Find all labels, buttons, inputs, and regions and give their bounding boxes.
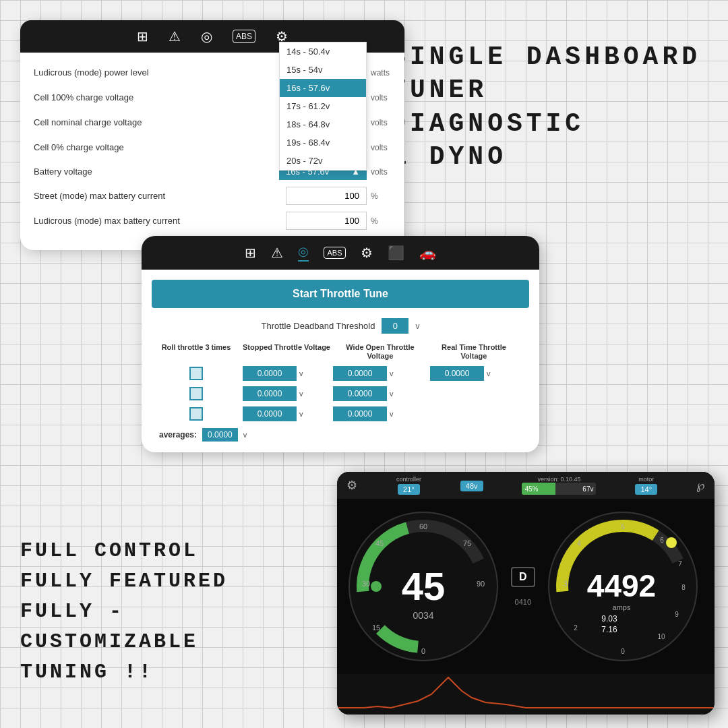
motor-label: motor <box>638 476 654 483</box>
dashboard-bottom <box>337 674 715 715</box>
throttle-nav-warning-icon[interactable]: ⚠ <box>271 245 283 261</box>
nav-warning-icon[interactable]: ⚠ <box>169 28 181 44</box>
cell0-unit: volts <box>371 143 391 152</box>
throttle-nav-home-icon[interactable]: ⊞ <box>245 245 256 261</box>
throttle-checkbox-3[interactable] <box>189 407 203 421</box>
svg-text:7: 7 <box>678 560 682 568</box>
dropdown-option-20s[interactable]: 20s - 72v <box>280 152 366 170</box>
dashboard-gauges: 0 15 30 45 60 75 90 45 0034 D 0410 <box>337 499 715 674</box>
svg-point-16 <box>666 537 677 548</box>
throttle-data-rows: v v v v <box>152 366 528 421</box>
throttle-unit-3: v <box>299 410 303 418</box>
throttle-stopped-input-3[interactable] <box>243 406 297 421</box>
throttle-wot-unit-3: v <box>390 410 394 418</box>
throttle-nav-car-icon[interactable]: 🚗 <box>419 245 436 261</box>
throttle-nav-engine-icon[interactable]: ⚙ <box>361 245 373 261</box>
settings-row-ludicrous-current: Ludicrous (mode) max battery current % <box>34 212 391 230</box>
throttle-checkbox-2[interactable] <box>189 387 203 400</box>
threshold-input[interactable] <box>382 318 408 334</box>
dropdown-option-14s[interactable]: 14s - 50.4v <box>280 42 366 61</box>
throttle-row-3: v v <box>152 406 528 421</box>
throttle-wot-input-2[interactable] <box>333 386 387 401</box>
throttle-row-1: v v v <box>152 366 528 381</box>
throttle-realtime-input-1[interactable] <box>430 366 484 381</box>
throttle-wot-input-3[interactable] <box>333 406 387 421</box>
speed-gauge-svg: 0 15 30 45 60 75 90 45 0034 <box>342 506 504 667</box>
dropdown-option-18s[interactable]: 18s - 64.8v <box>280 115 366 133</box>
dropdown-option-15s[interactable]: 15s - 54v <box>280 61 366 79</box>
motor-temp: 14° <box>635 484 657 495</box>
svg-text:10: 10 <box>657 633 665 640</box>
svg-text:2: 2 <box>574 624 578 632</box>
ludicrous-current-input[interactable] <box>286 212 367 230</box>
speed-gauge: 0 15 30 45 60 75 90 45 0034 <box>342 506 504 667</box>
throttle-stopped-3: v <box>243 406 330 421</box>
battery-voltage-dropdown[interactable]: 14s - 50.4v 15s - 54v 16s - 57.6v 17s - … <box>279 163 367 180</box>
svg-text:45: 45 <box>375 539 384 547</box>
settings-row-street-current: Street (mode) max battery current % <box>34 187 391 205</box>
dropdown-menu: 14s - 50.4v 15s - 54v 16s - 57.6v 17s - … <box>279 42 367 171</box>
motor-section: motor 14° <box>635 476 657 495</box>
throttle-col-roll: Roll throttle 3 times <box>152 343 240 361</box>
svg-text:0: 0 <box>621 648 625 655</box>
throttle-wot-unit-1: v <box>390 369 394 377</box>
cell-nominal-label: Cell nominal charge voltage <box>34 117 286 127</box>
svg-text:3: 3 <box>564 580 568 588</box>
throttle-nav-abs-icon[interactable]: ABS <box>324 247 345 259</box>
svg-text:60: 60 <box>419 522 427 530</box>
dropdown-option-17s[interactable]: 17s - 61.2v <box>280 97 366 115</box>
nav-home-icon[interactable]: ⊞ <box>137 28 148 44</box>
rpm-gauge-svg: 0 2 3 4 5 6 7 8 9 10 4492 amps 9.03 7.16 <box>542 506 704 667</box>
bluetooth-icon[interactable]: ℘ <box>696 478 705 493</box>
throttle-checkbox-cell-1 <box>152 367 240 380</box>
svg-text:6: 6 <box>660 537 664 544</box>
throttle-stopped-input-2[interactable] <box>243 386 297 401</box>
ludicrous-current-label: Ludicrous (mode) max battery current <box>34 216 286 226</box>
voltage-section: 48v <box>460 479 483 491</box>
svg-text:5: 5 <box>621 523 625 530</box>
battery-voltage-label: Battery voltage <box>34 166 279 177</box>
dropdown-option-19s[interactable]: 19s - 68.4v <box>280 133 366 152</box>
averages-unit: v <box>243 431 247 439</box>
ludicrous-power-unit: watts <box>371 68 391 78</box>
ludicrous-power-label: Ludicrous (mode) power level <box>34 67 286 78</box>
svg-text:90: 90 <box>477 580 485 588</box>
throttle-checkbox-cell-2 <box>152 387 240 400</box>
start-throttle-tune-button[interactable]: Start Throttle Tune <box>152 280 529 308</box>
dashboard-gear-icon[interactable]: ⚙ <box>346 478 357 493</box>
dropdown-option-16s[interactable]: 16s - 57.6v <box>280 79 366 97</box>
svg-text:45: 45 <box>402 564 446 608</box>
nav-gauge-icon[interactable]: ◎ <box>201 28 212 44</box>
throttle-body: Throttle Deadband Threshold v Roll throt… <box>142 318 539 452</box>
throttle-col-stopped: Stopped Throttle Voltage <box>243 343 330 361</box>
rpm-gauge: 0 2 3 4 5 6 7 8 9 10 4492 amps 9.03 7.16 <box>542 506 704 667</box>
svg-text:8: 8 <box>681 584 686 591</box>
throttle-wot-input-1[interactable] <box>333 366 387 381</box>
throttle-nav-gauge-icon[interactable]: ◎ <box>298 244 309 262</box>
throttle-stopped-input-1[interactable] <box>243 366 297 381</box>
throttle-nav-battery-icon[interactable]: ⬛ <box>388 245 404 261</box>
battery-section: version: 0.10.45 45% 67v <box>522 476 596 495</box>
controller-temp: 21° <box>398 484 420 495</box>
battery-label: version: 0.10.45 <box>537 476 580 483</box>
wave-chart <box>337 674 715 715</box>
street-current-input[interactable] <box>286 187 367 205</box>
cell-nominal-unit: volts <box>371 118 391 127</box>
throttle-tune-card: ⊞ ⚠ ◎ ABS ⚙ ⬛ 🚗 Start Throttle Tune Thro… <box>142 236 539 452</box>
threshold-unit: v <box>415 322 419 331</box>
svg-text:4492: 4492 <box>586 568 655 603</box>
throttle-unit-2: v <box>299 390 303 398</box>
throttle-checkbox-1[interactable] <box>189 367 203 380</box>
svg-text:9: 9 <box>675 611 679 618</box>
throttle-wot-3: v <box>333 406 427 421</box>
dash-middle: D 0410 <box>511 567 535 606</box>
battery-remaining: 67v <box>582 485 593 493</box>
svg-text:0034: 0034 <box>413 610 433 621</box>
svg-text:7.16: 7.16 <box>601 625 617 634</box>
threshold-row: Throttle Deadband Threshold v <box>152 318 528 334</box>
svg-text:4: 4 <box>577 540 581 547</box>
gear-indicator: D <box>511 567 535 587</box>
nav-abs-icon[interactable]: ABS <box>233 30 255 43</box>
throttle-realtime-unit-1: v <box>487 369 491 377</box>
cell0-label: Cell 0% charge voltage <box>34 142 286 152</box>
